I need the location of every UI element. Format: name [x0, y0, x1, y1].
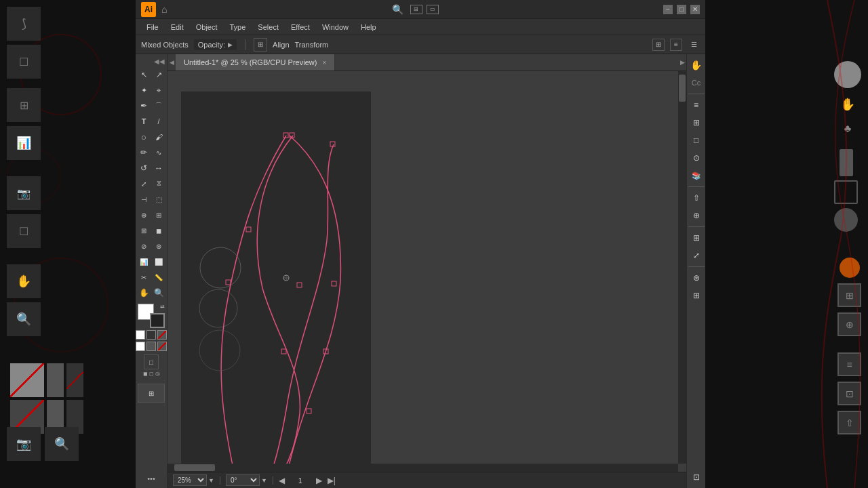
swap-colors[interactable]: ⇄	[160, 304, 165, 310]
panel-toggle-list[interactable]: ≡	[670, 39, 682, 51]
rt-settings[interactable]: ⊛	[688, 270, 705, 286]
menu-effect[interactable]: Effect	[285, 22, 315, 33]
more-tools-btn[interactable]: •••	[147, 474, 155, 485]
reflect-tool[interactable]: ↔	[151, 161, 166, 176]
home-icon[interactable]: ⌂	[161, 4, 167, 15]
change-screen-mode3[interactable]: ◎	[155, 371, 160, 380]
transform-label[interactable]: Transform	[295, 41, 329, 49]
opacity-arrow[interactable]: ▶	[228, 41, 233, 48]
line-tool[interactable]: /	[151, 114, 166, 129]
toolbar-collapse[interactable]: ◀◀	[154, 58, 165, 65]
rt-cloud[interactable]: ⊕	[688, 207, 705, 224]
perspective-grid-tool[interactable]: ⊞	[151, 207, 166, 222]
window-layout-btn1[interactable]: ⊞	[410, 5, 422, 14]
scrollbar-thumb-h[interactable]	[174, 464, 215, 471]
stroke-color[interactable]	[150, 313, 165, 328]
next-artboard[interactable]: ▶	[316, 476, 322, 485]
zoom-chevron[interactable]: ▼	[208, 477, 214, 484]
rt-bottom[interactable]: ⊡	[688, 469, 705, 485]
panel-menu[interactable]: ☰	[688, 39, 700, 51]
search-icon-top[interactable]: 🔍	[392, 4, 403, 15]
rt-artboards[interactable]: □	[688, 132, 705, 148]
white-swatch[interactable]	[136, 330, 145, 340]
color-mode[interactable]	[136, 342, 145, 351]
artboard-tool[interactable]: ⬜	[151, 254, 166, 269]
hand-tool[interactable]: ✋	[136, 285, 151, 300]
none-mode[interactable]	[157, 342, 167, 351]
none-swatch[interactable]	[146, 330, 156, 340]
width-tool[interactable]: ⊣	[136, 192, 151, 207]
rotation-control[interactable]: 0° 90° 180° ▼	[226, 474, 267, 486]
pencil-tool[interactable]: ✏	[136, 145, 151, 160]
rt-stack[interactable]: ⊞	[688, 230, 705, 246]
free-transform-tool[interactable]: ⬚	[151, 192, 166, 207]
canvas-viewport[interactable]	[167, 71, 686, 472]
scrollbar-horizontal[interactable]	[167, 464, 678, 472]
rt-cc[interactable]: Cc	[688, 75, 705, 91]
blend-tool[interactable]: ⊛	[151, 239, 166, 253]
magic-wand-tool[interactable]: ✦	[136, 83, 151, 98]
menu-window[interactable]: Window	[317, 22, 354, 33]
mesh-tool[interactable]: ⊞	[136, 223, 151, 238]
menu-file[interactable]: File	[141, 22, 164, 33]
align-label[interactable]: Align	[273, 41, 289, 49]
left-collapse[interactable]: ◀	[167, 54, 176, 70]
column-graph-tool[interactable]: 📊	[136, 254, 151, 269]
rotate-tool[interactable]: ↺	[136, 161, 151, 176]
eyedropper-tool[interactable]: ⊘	[136, 239, 151, 253]
curvature-tool[interactable]: ⌒	[151, 98, 166, 113]
menu-object[interactable]: Object	[191, 22, 223, 33]
slice-tool[interactable]: ✂	[136, 270, 151, 285]
measure-tool[interactable]: 📏	[151, 270, 166, 285]
change-screen-mode[interactable]: ◼	[143, 371, 148, 380]
prev-artboard[interactable]: ◀	[279, 476, 285, 485]
rt-properties[interactable]: ⊙	[688, 150, 705, 166]
zoom-control[interactable]: 25% 50% 100% ▼	[173, 474, 214, 486]
rt-export[interactable]: ⇧	[688, 190, 705, 206]
artboard-nav-end[interactable]: ▶|	[328, 476, 336, 485]
gradient-swatch[interactable]	[157, 330, 167, 340]
fill-stroke-switcher[interactable]: ⇄	[138, 304, 165, 328]
close-button[interactable]: ✕	[690, 5, 700, 14]
selection-tool[interactable]: ↖	[136, 67, 151, 82]
panel-toggle-grid[interactable]: ⊞	[652, 39, 665, 51]
pen-tool[interactable]: ✒	[136, 98, 151, 113]
rt-grid[interactable]: ⊞	[688, 287, 705, 304]
paintbrush-tool[interactable]: 🖌	[151, 129, 166, 144]
menu-select[interactable]: Select	[252, 22, 284, 33]
shaper-tool[interactable]: ∿	[151, 145, 166, 160]
rt-link[interactable]: ⊞	[688, 115, 705, 131]
zoom-select[interactable]: 25% 50% 100%	[173, 474, 207, 486]
scale-tool[interactable]: ⤢	[136, 176, 151, 191]
rotation-chevron[interactable]: ▼	[261, 477, 267, 484]
tab-close-button[interactable]: ×	[322, 59, 326, 66]
rt-layers[interactable]: ≡	[688, 97, 705, 113]
scrollbar-thumb-v[interactable]	[679, 75, 686, 102]
rt-hand[interactable]: ✋	[688, 57, 705, 73]
toggle-artboard[interactable]: ⊞	[138, 384, 165, 403]
shear-tool[interactable]: ⧖	[151, 176, 166, 191]
right-collapse[interactable]: ▶	[678, 54, 686, 70]
direct-select-tool[interactable]: ↗	[151, 67, 166, 82]
document-tab[interactable]: Untitled-1* @ 25 % (RGB/CPU Preview) ×	[176, 54, 335, 70]
zoom-tool[interactable]: 🔍	[151, 285, 166, 300]
menu-edit[interactable]: Edit	[165, 22, 189, 33]
lasso-tool[interactable]: ⌖	[151, 83, 166, 98]
menu-help[interactable]: Help	[355, 22, 382, 33]
rt-expand[interactable]: ⤢	[688, 247, 705, 264]
gradient-tool[interactable]: ◼	[151, 223, 166, 238]
menu-type[interactable]: Type	[224, 22, 252, 33]
minimize-button[interactable]: −	[663, 5, 673, 14]
change-screen-mode2[interactable]: ◻	[149, 371, 154, 380]
rotation-select[interactable]: 0° 90° 180°	[226, 474, 260, 486]
rt-libraries[interactable]: 📚	[688, 167, 705, 184]
type-tool[interactable]: T	[136, 114, 151, 129]
align-icon-box[interactable]: ⊞	[254, 38, 267, 52]
maximize-button[interactable]: □	[677, 5, 686, 14]
gradient-mode[interactable]	[146, 342, 156, 351]
scrollbar-vertical[interactable]	[678, 71, 686, 464]
ellipse-tool[interactable]: ○	[136, 129, 151, 144]
puppet-warp-tool[interactable]: ⊕	[136, 207, 151, 222]
opacity-control[interactable]: Opacity: ▶	[194, 39, 237, 50]
window-layout-btn2[interactable]: ▭	[427, 5, 439, 14]
